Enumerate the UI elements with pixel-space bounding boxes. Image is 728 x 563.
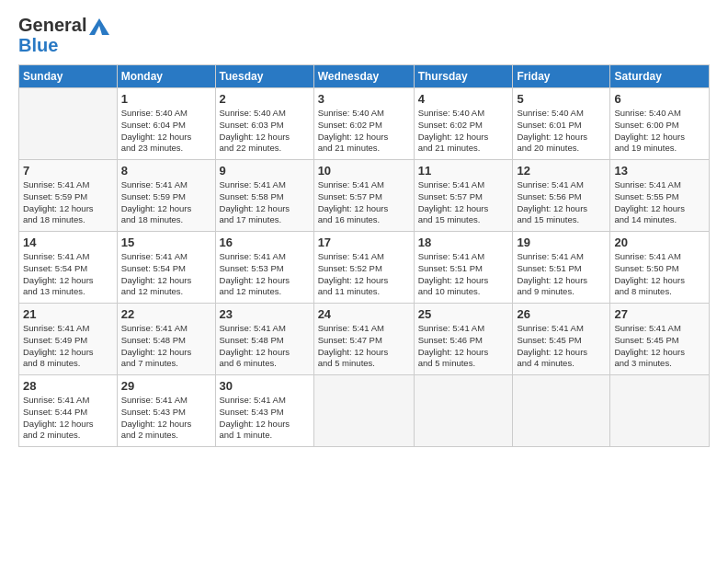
- header-row: SundayMondayTuesdayWednesdayThursdayFrid…: [19, 65, 710, 88]
- logo-blue: Blue: [18, 35, 109, 55]
- calendar-cell: 12Sunrise: 5:41 AM Sunset: 5:56 PM Dayli…: [513, 160, 610, 232]
- day-number: 10: [318, 164, 410, 178]
- calendar-cell: 16Sunrise: 5:41 AM Sunset: 5:53 PM Dayli…: [215, 232, 313, 304]
- week-row-4: 21Sunrise: 5:41 AM Sunset: 5:49 PM Dayli…: [19, 304, 710, 375]
- day-info: Sunrise: 5:41 AM Sunset: 5:54 PM Dayligh…: [121, 251, 211, 298]
- day-info: Sunrise: 5:41 AM Sunset: 5:57 PM Dayligh…: [418, 179, 509, 226]
- day-info: Sunrise: 5:41 AM Sunset: 5:51 PM Dayligh…: [418, 251, 509, 298]
- day-number: 4: [418, 92, 509, 106]
- day-info: Sunrise: 5:40 AM Sunset: 6:04 PM Dayligh…: [121, 108, 211, 155]
- calendar-cell: 7Sunrise: 5:41 AM Sunset: 5:59 PM Daylig…: [19, 160, 118, 232]
- calendar-cell: 1Sunrise: 5:40 AM Sunset: 6:04 PM Daylig…: [117, 88, 215, 160]
- week-row-2: 7Sunrise: 5:41 AM Sunset: 5:59 PM Daylig…: [19, 160, 710, 232]
- day-number: 27: [614, 307, 705, 321]
- day-info: Sunrise: 5:40 AM Sunset: 6:02 PM Dayligh…: [318, 108, 410, 155]
- day-info: Sunrise: 5:41 AM Sunset: 5:54 PM Dayligh…: [23, 251, 113, 298]
- calendar-cell: 22Sunrise: 5:41 AM Sunset: 5:48 PM Dayli…: [117, 304, 215, 375]
- calendar-cell: 20Sunrise: 5:41 AM Sunset: 5:50 PM Dayli…: [610, 232, 710, 304]
- day-info: Sunrise: 5:41 AM Sunset: 5:59 PM Dayligh…: [23, 179, 113, 226]
- logo-general: General: [18, 15, 109, 35]
- day-info: Sunrise: 5:41 AM Sunset: 5:43 PM Dayligh…: [121, 395, 211, 442]
- header-cell-sunday: Sunday: [19, 65, 118, 88]
- day-number: 9: [220, 164, 310, 178]
- header-cell-friday: Friday: [513, 65, 610, 88]
- day-number: 29: [121, 379, 211, 393]
- header-cell-wednesday: Wednesday: [313, 65, 414, 88]
- calendar-cell: 21Sunrise: 5:41 AM Sunset: 5:49 PM Dayli…: [19, 304, 118, 375]
- calendar-cell: 14Sunrise: 5:41 AM Sunset: 5:54 PM Dayli…: [19, 232, 118, 304]
- calendar-cell: 4Sunrise: 5:40 AM Sunset: 6:02 PM Daylig…: [414, 88, 513, 160]
- day-info: Sunrise: 5:41 AM Sunset: 5:43 PM Dayligh…: [220, 395, 310, 442]
- calendar-cell: 5Sunrise: 5:40 AM Sunset: 6:01 PM Daylig…: [513, 88, 610, 160]
- header-cell-monday: Monday: [117, 65, 215, 88]
- day-info: Sunrise: 5:40 AM Sunset: 6:01 PM Dayligh…: [517, 108, 606, 155]
- header-cell-tuesday: Tuesday: [215, 65, 313, 88]
- day-number: 12: [517, 164, 606, 178]
- page: General Blue SundayMondayTuesdayWednesda…: [0, 0, 728, 563]
- day-number: 14: [23, 236, 113, 249]
- day-number: 7: [23, 164, 113, 178]
- calendar-cell: 17Sunrise: 5:41 AM Sunset: 5:52 PM Dayli…: [313, 232, 414, 304]
- calendar-cell: [313, 375, 414, 447]
- header: General Blue: [18, 15, 710, 55]
- calendar-cell: 25Sunrise: 5:41 AM Sunset: 5:46 PM Dayli…: [414, 304, 513, 375]
- calendar-cell: 24Sunrise: 5:41 AM Sunset: 5:47 PM Dayli…: [313, 304, 414, 375]
- week-row-3: 14Sunrise: 5:41 AM Sunset: 5:54 PM Dayli…: [19, 232, 710, 304]
- day-number: 25: [418, 307, 509, 321]
- day-info: Sunrise: 5:41 AM Sunset: 5:52 PM Dayligh…: [318, 251, 410, 298]
- day-number: 8: [121, 164, 211, 178]
- header-cell-saturday: Saturday: [610, 65, 710, 88]
- calendar-cell: 11Sunrise: 5:41 AM Sunset: 5:57 PM Dayli…: [414, 160, 513, 232]
- day-number: 16: [220, 236, 310, 249]
- day-number: 19: [517, 236, 606, 249]
- day-info: Sunrise: 5:41 AM Sunset: 5:49 PM Dayligh…: [23, 323, 113, 370]
- day-info: Sunrise: 5:41 AM Sunset: 5:55 PM Dayligh…: [614, 179, 705, 226]
- calendar-cell: [513, 375, 610, 447]
- calendar-cell: 26Sunrise: 5:41 AM Sunset: 5:45 PM Dayli…: [513, 304, 610, 375]
- day-info: Sunrise: 5:41 AM Sunset: 5:47 PM Dayligh…: [318, 323, 410, 370]
- calendar-cell: 3Sunrise: 5:40 AM Sunset: 6:02 PM Daylig…: [313, 88, 414, 160]
- week-row-1: 1Sunrise: 5:40 AM Sunset: 6:04 PM Daylig…: [19, 88, 710, 160]
- calendar-cell: 28Sunrise: 5:41 AM Sunset: 5:44 PM Dayli…: [19, 375, 118, 447]
- day-number: 1: [121, 92, 211, 106]
- day-number: 20: [614, 236, 705, 249]
- day-number: 22: [121, 307, 211, 321]
- calendar-cell: 8Sunrise: 5:41 AM Sunset: 5:59 PM Daylig…: [117, 160, 215, 232]
- day-number: 28: [23, 379, 113, 393]
- day-info: Sunrise: 5:41 AM Sunset: 5:46 PM Dayligh…: [418, 323, 509, 370]
- calendar-cell: [414, 375, 513, 447]
- day-info: Sunrise: 5:41 AM Sunset: 5:45 PM Dayligh…: [517, 323, 606, 370]
- calendar-cell: 15Sunrise: 5:41 AM Sunset: 5:54 PM Dayli…: [117, 232, 215, 304]
- day-info: Sunrise: 5:41 AM Sunset: 5:48 PM Dayligh…: [121, 323, 211, 370]
- day-number: 23: [220, 307, 310, 321]
- day-number: 5: [517, 92, 606, 106]
- day-number: 17: [318, 236, 410, 249]
- day-info: Sunrise: 5:41 AM Sunset: 5:51 PM Dayligh…: [517, 251, 606, 298]
- calendar-cell: 2Sunrise: 5:40 AM Sunset: 6:03 PM Daylig…: [215, 88, 313, 160]
- logo-icon: [89, 18, 109, 35]
- day-info: Sunrise: 5:40 AM Sunset: 6:02 PM Dayligh…: [418, 108, 509, 155]
- day-info: Sunrise: 5:40 AM Sunset: 6:00 PM Dayligh…: [614, 108, 705, 155]
- day-number: 11: [418, 164, 509, 178]
- day-number: 24: [318, 307, 410, 321]
- day-number: 15: [121, 236, 211, 249]
- day-number: 6: [614, 92, 705, 106]
- day-number: 30: [220, 379, 310, 393]
- calendar-cell: [610, 375, 710, 447]
- day-info: Sunrise: 5:41 AM Sunset: 5:59 PM Dayligh…: [121, 179, 211, 226]
- day-info: Sunrise: 5:41 AM Sunset: 5:44 PM Dayligh…: [23, 395, 113, 442]
- day-info: Sunrise: 5:41 AM Sunset: 5:45 PM Dayligh…: [614, 323, 705, 370]
- day-info: Sunrise: 5:41 AM Sunset: 5:48 PM Dayligh…: [220, 323, 310, 370]
- calendar-cell: 9Sunrise: 5:41 AM Sunset: 5:58 PM Daylig…: [215, 160, 313, 232]
- day-number: 18: [418, 236, 509, 249]
- day-number: 13: [614, 164, 705, 178]
- calendar-cell: [19, 88, 118, 160]
- calendar-cell: 18Sunrise: 5:41 AM Sunset: 5:51 PM Dayli…: [414, 232, 513, 304]
- calendar-cell: 13Sunrise: 5:41 AM Sunset: 5:55 PM Dayli…: [610, 160, 710, 232]
- day-info: Sunrise: 5:41 AM Sunset: 5:58 PM Dayligh…: [220, 179, 310, 226]
- day-info: Sunrise: 5:41 AM Sunset: 5:50 PM Dayligh…: [614, 251, 705, 298]
- calendar-cell: 27Sunrise: 5:41 AM Sunset: 5:45 PM Dayli…: [610, 304, 710, 375]
- day-number: 2: [220, 92, 310, 106]
- logo: General Blue: [18, 15, 109, 55]
- day-number: 26: [517, 307, 606, 321]
